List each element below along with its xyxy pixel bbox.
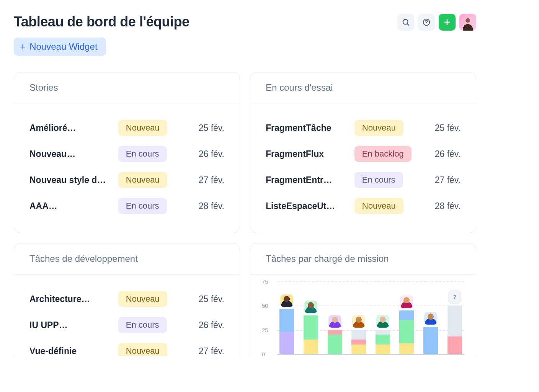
status-badge: En cours [118,198,167,214]
widget-essai: En cours d'essai FragmentTâche Nouveau 2… [250,72,476,233]
status-badge: Nouveau [354,198,403,214]
new-widget-button[interactable]: + Nouveau Widget [14,38,106,56]
status-badge: Nouveau [118,172,167,188]
bar-segment-yellow [304,340,318,354]
widget-dev: Tâches de développement Architecture… No… [14,243,240,356]
task-name: IU UPP… [29,320,114,330]
task-row[interactable]: FragmentFlux En backlog 26 fév. [266,141,461,167]
bar-segment-yellow [399,343,414,354]
task-name: Vue-définie [29,346,114,356]
svg-line-1 [407,24,409,25]
baseline [277,354,464,355]
task-date: 27 fév. [184,175,224,185]
header: Tableau de bord de l'équipe [14,14,476,31]
bar-segment-blue [279,309,294,332]
bar-column[interactable] [351,281,366,354]
task-date: 25 fév. [184,294,224,304]
bar-segment-gray [448,305,462,336]
bar-column[interactable] [279,281,294,354]
plus-icon: + [20,42,26,52]
widget-header: En cours d'essai [250,72,476,103]
widget-body: 75 50 25 0 ? [250,274,476,354]
help-button[interactable] [418,14,435,31]
bar-column[interactable] [399,281,414,354]
widget-stories: Stories Amélioré… Nouveau 25 fév. Nouvea… [14,72,240,233]
assignee-avatar [328,315,341,328]
page-title: Tableau de bord de l'équipe [14,14,189,30]
bar-segment-purple [279,332,294,354]
widget-header: Stories [14,72,240,103]
widget-header: Tâches de développement [14,243,240,274]
header-actions [397,14,476,31]
task-name: FragmentTâche [266,123,350,133]
bar-segment-pink [351,340,366,345]
widget-title: Tâches de développement [29,253,224,264]
task-date: 27 fév. [420,175,461,185]
assignee-avatar [400,296,413,309]
status-badge: En backlog [354,146,412,162]
bar-segment-gray [376,330,390,335]
task-date: 28 fév. [184,201,224,211]
task-row[interactable]: AAA… En cours 28 fév. [29,193,224,219]
status-badge: Nouveau [118,291,167,307]
task-date: 26 fév. [184,320,224,330]
bar-column[interactable] [328,281,342,354]
task-name: ListeEspaceUt… [266,201,350,211]
status-badge: Nouveau [118,120,167,136]
bars-container: ? [277,281,464,354]
bar-segment-green [328,335,342,354]
bar-segment-yellow [351,345,366,354]
y-tick-label: 50 [262,302,268,309]
task-row[interactable]: Amélioré… Nouveau 25 fév. [29,115,224,141]
assignee-avatar [424,312,437,325]
task-row[interactable]: FragmentEntr… En cours 27 fév. [266,167,461,193]
bar-segment-green [304,315,318,340]
task-name: AAA… [29,201,114,211]
help-icon [422,18,431,26]
search-icon [402,18,410,26]
task-name: FragmentEntr… [266,175,350,185]
plus-icon [443,18,451,26]
task-date: 26 fév. [184,149,224,159]
status-badge: En cours [118,317,167,333]
assignee-bar-chart: 75 50 25 0 ? [262,281,464,354]
status-badge: En cours [354,172,403,188]
task-row[interactable]: Nouveau… En cours 26 fév. [29,141,224,167]
assignee-avatar [376,315,389,328]
task-date: 25 fév. [184,123,224,133]
task-name: FragmentFlux [266,149,350,159]
task-row[interactable]: FragmentTâche Nouveau 25 fév. [266,115,461,141]
bar-segment-blue [399,310,414,320]
task-row[interactable]: Vue-définie Nouveau 27 fév. [29,338,224,356]
task-row[interactable]: Architecture… Nouveau 25 fév. [29,286,224,312]
user-avatar[interactable] [459,14,476,31]
bar-column[interactable] [304,281,318,354]
widget-body: Amélioré… Nouveau 25 fév. Nouveau… En co… [14,103,240,233]
task-date: 27 fév. [184,346,224,356]
task-row[interactable]: IU UPP… En cours 26 fév. [29,312,224,338]
task-row[interactable]: Nouveau style d… Nouveau 27 fév. [29,167,224,193]
task-name: Nouveau… [29,149,114,159]
bar-segment-green [376,335,390,344]
bar-segment-pink [448,336,462,354]
search-button[interactable] [397,14,414,31]
assignee-avatar-unassigned: ? [448,291,461,304]
bar-column[interactable] [423,281,438,354]
widget-title: Tâches par chargé de mission [266,253,461,264]
bar-segment-gray [351,330,366,340]
cards-grid: Stories Amélioré… Nouveau 25 fév. Nouvea… [14,72,476,356]
task-row[interactable]: ListeEspaceUt… Nouveau 28 fév. [266,193,461,219]
create-button[interactable] [439,14,456,31]
task-date: 25 fév. [420,123,461,133]
widget-body: Architecture… Nouveau 25 fév. IU UPP… En… [14,274,240,356]
task-name: Architecture… [29,294,114,304]
task-name: Amélioré… [29,123,114,133]
bar-column[interactable] [376,281,390,354]
y-tick-label: 75 [262,278,268,285]
task-date: 26 fév. [420,149,461,159]
bar-column[interactable]: ? [448,281,462,354]
widget-title: Stories [29,82,224,93]
new-widget-label: Nouveau Widget [29,41,97,52]
task-date: 28 fév. [420,201,461,211]
widget-header: Tâches par chargé de mission [250,243,476,274]
